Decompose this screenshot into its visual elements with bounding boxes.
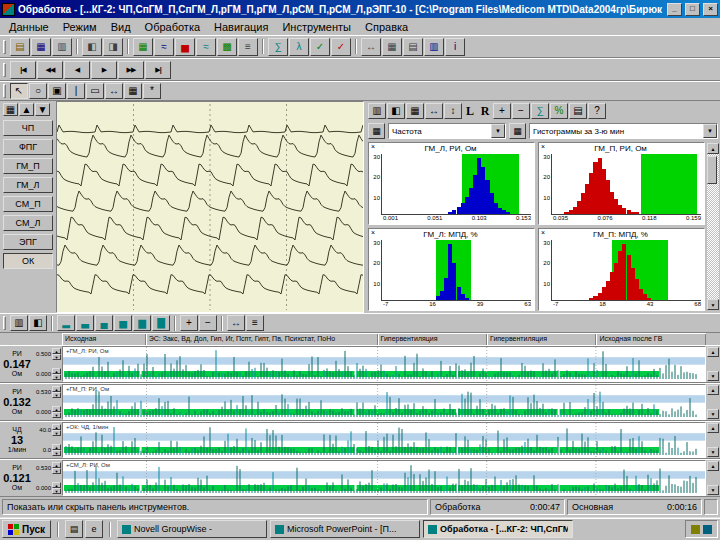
menu-item[interactable]: Справка xyxy=(358,20,415,34)
tray-icon[interactable] xyxy=(691,525,700,534)
copy-icon[interactable]: ◧ xyxy=(82,38,102,56)
phase-segment[interactable]: Исходная после ГВ xyxy=(596,334,705,345)
accept-green-icon[interactable]: ✓ xyxy=(310,38,330,56)
six-strips-view-icon[interactable]: ▆ xyxy=(133,315,151,331)
channel-up-icon[interactable]: ▲ xyxy=(19,103,34,116)
print-trends-icon[interactable]: ▥ xyxy=(10,315,28,331)
toolbar-grip[interactable] xyxy=(3,316,6,330)
strip-chart[interactable]: +СМ_Л: РИ, Ом xyxy=(62,460,706,496)
all-strips-view-icon[interactable]: ▇ xyxy=(152,315,170,331)
strip-scroll-up-button[interactable]: ▲ xyxy=(707,461,719,471)
histogram-plot[interactable] xyxy=(381,240,531,301)
chevron-down-icon[interactable]: ▼ xyxy=(703,124,717,138)
channel-button[interactable]: ЭПГ xyxy=(3,234,53,250)
channel-button[interactable]: ОК xyxy=(3,253,53,269)
maximize-button[interactable]: □ xyxy=(685,3,700,16)
select-interval-icon[interactable]: ↔ xyxy=(227,315,245,331)
go-last-button[interactable]: ▶| xyxy=(145,61,171,79)
strip-chart[interactable]: +ГМ_П: РИ, Ом xyxy=(62,384,706,420)
save-icon[interactable]: ▦ xyxy=(31,38,51,56)
strip-min-down-button[interactable]: ▼ xyxy=(52,488,61,494)
text-view-icon[interactable]: ≡ xyxy=(238,38,258,56)
histogram-view-icon[interactable]: ▅ xyxy=(175,38,195,56)
resize-grip[interactable] xyxy=(704,499,718,515)
one-strip-view-icon[interactable]: ▂ xyxy=(57,315,75,331)
chevron-down-icon[interactable]: ▼ xyxy=(491,124,505,138)
table-view-icon[interactable]: ▦ xyxy=(133,38,153,56)
histogram-close-icon[interactable]: × xyxy=(371,143,375,151)
go-first-button[interactable]: |◀ xyxy=(10,61,36,79)
tool-settings-icon[interactable]: * xyxy=(143,83,161,99)
taskbar-task-button[interactable]: Microsoft PowerPoint - [П... xyxy=(270,520,420,538)
histogram-plot[interactable] xyxy=(551,240,701,301)
right-side-toggle[interactable]: R xyxy=(478,103,492,119)
tray-icon[interactable] xyxy=(703,525,712,534)
step-forward-button[interactable]: ▶ xyxy=(91,61,117,79)
statistics-icon[interactable]: ∑ xyxy=(531,103,549,119)
fit-height-icon[interactable]: ↕ xyxy=(444,103,462,119)
histogram-options-icon[interactable]: ▦ xyxy=(509,123,526,139)
channel-button[interactable]: СМ_Л xyxy=(3,215,53,231)
page-back-button[interactable]: ◀◀ xyxy=(37,61,63,79)
strip-scroll-down-button[interactable]: ▼ xyxy=(707,371,719,381)
measure-tool-icon[interactable]: ↔ xyxy=(105,83,123,99)
sum-icon[interactable]: ∑ xyxy=(268,38,288,56)
select-tool-icon[interactable]: ↖ xyxy=(10,83,28,99)
show-desktop-icon[interactable]: ▤ xyxy=(65,520,83,538)
help-histogram-icon[interactable]: ? xyxy=(588,103,606,119)
strip-scroll-up-button[interactable]: ▲ xyxy=(707,347,719,357)
three-strips-view-icon[interactable]: ▄ xyxy=(95,315,113,331)
channel-button[interactable]: СМ_П xyxy=(3,196,53,212)
menu-item[interactable]: Вид xyxy=(104,20,138,34)
menu-item[interactable]: Инструменты xyxy=(275,20,358,34)
frequency-select[interactable]: Частота ▼ xyxy=(388,123,506,139)
strip-min-down-button[interactable]: ▼ xyxy=(52,450,61,456)
zoom-out-trends-icon[interactable]: − xyxy=(199,315,217,331)
histogram-close-icon[interactable]: × xyxy=(371,229,375,237)
scrollbar-track[interactable] xyxy=(707,154,719,299)
taskbar-task-button[interactable]: Обработка - [...КГ-2: ЧП,СпГМ_П,... xyxy=(423,520,573,538)
histogram-plot[interactable] xyxy=(381,154,531,215)
strip-scroll-down-button[interactable]: ▼ xyxy=(707,447,719,457)
measure-icon[interactable]: ↔ xyxy=(361,38,381,56)
system-tray[interactable] xyxy=(685,520,718,538)
four-strips-view-icon[interactable]: ▅ xyxy=(114,315,132,331)
strip-max-down-button[interactable]: ▼ xyxy=(52,430,61,436)
strip-min-down-button[interactable]: ▼ xyxy=(52,412,61,418)
start-button[interactable]: Пуск xyxy=(2,520,51,538)
histogram-close-icon[interactable]: × xyxy=(541,143,545,151)
lambda-icon[interactable]: λ xyxy=(289,38,309,56)
graph-view-icon[interactable]: ≈ xyxy=(154,38,174,56)
strip-scroll-up-button[interactable]: ▲ xyxy=(707,385,719,395)
taskbar-task-button[interactable]: Novell GroupWise - xyxy=(117,520,267,538)
strip-max-down-button[interactable]: ▼ xyxy=(52,354,61,360)
toolbar-grip[interactable] xyxy=(3,63,6,77)
vertical-marker-tool-icon[interactable]: | xyxy=(67,83,85,99)
two-strips-view-icon[interactable]: ▃ xyxy=(76,315,94,331)
strip-scroll-up-button[interactable]: ▲ xyxy=(707,423,719,433)
strip-chart[interactable]: +ОК: ЧД, 1/мин xyxy=(62,422,706,458)
channel-button[interactable]: ГМ_П xyxy=(3,158,53,174)
hand-tool-icon[interactable]: ▣ xyxy=(48,83,66,99)
comment-icon[interactable]: ▤ xyxy=(569,103,587,119)
info-icon[interactable]: i xyxy=(445,38,465,56)
phase-segment[interactable]: ЭС: Закс, Вд, Дол, Гип, Иг, Пспт, Гипт, … xyxy=(146,334,378,345)
scroll-up-button[interactable]: ▲ xyxy=(707,143,719,154)
strip-min-down-button[interactable]: ▼ xyxy=(52,374,61,380)
scroll-down-button[interactable]: ▼ xyxy=(707,299,719,310)
open-file-icon[interactable]: ▤ xyxy=(10,38,30,56)
menu-item[interactable]: Данные xyxy=(2,20,56,34)
grid-toggle-icon[interactable]: ▦ xyxy=(124,83,142,99)
copy-trends-icon[interactable]: ◧ xyxy=(29,315,47,331)
histogram-plot[interactable] xyxy=(551,154,701,215)
zoom-tool-icon[interactable]: ○ xyxy=(29,83,47,99)
trends-settings-icon[interactable]: ≡ xyxy=(246,315,264,331)
zoom-in-histogram-icon[interactable]: + xyxy=(493,103,511,119)
minimize-button[interactable]: _ xyxy=(667,3,682,16)
channel-button[interactable]: ФПГ xyxy=(3,139,53,155)
step-back-button[interactable]: ◀ xyxy=(64,61,90,79)
histogram-scrollbar[interactable]: ▲ ▼ xyxy=(707,143,719,310)
phase-segment[interactable]: Гипервентиляция xyxy=(378,334,487,345)
strip-max-down-button[interactable]: ▼ xyxy=(52,392,61,398)
phase-segment[interactable]: Исходная xyxy=(62,334,146,345)
